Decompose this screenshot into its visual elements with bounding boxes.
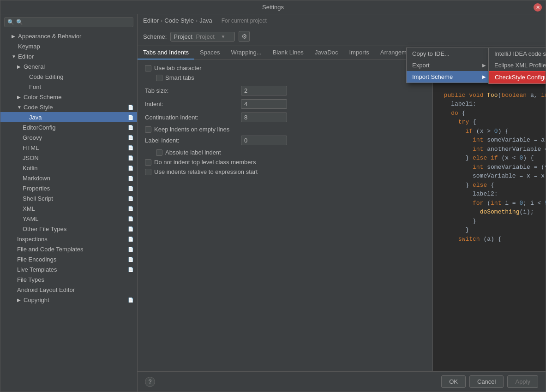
- use-tab-character-checkbox[interactable]: [145, 65, 151, 71]
- tab-wrapping[interactable]: Wrapping...: [225, 46, 267, 59]
- sidebar-item-xml[interactable]: XML 📄: [0, 203, 137, 214]
- sidebar-item-code-editing[interactable]: Code Editing: [0, 71, 137, 82]
- tab-tabs-and-indents[interactable]: Tabs and Indents: [138, 46, 194, 59]
- code-line: int someVariable = a ?: [437, 136, 542, 145]
- tab-javadoc[interactable]: JavaDoc: [309, 46, 344, 59]
- code-line: int anotherVariable =: [437, 145, 542, 154]
- submenu-intellij-xml[interactable]: IntelliJ IDEA code style XML: [489, 48, 546, 59]
- keep-indents-label: Keep indents on empty lines: [154, 126, 229, 133]
- submenu-item-label: IntelliJ IDEA code style XML: [494, 50, 546, 57]
- scheme-dropdown[interactable]: Project Project ▼: [170, 32, 235, 42]
- sidebar-item-java[interactable]: Java 📄: [0, 112, 137, 122]
- sidebar-item-android-layout[interactable]: Android Layout Editor: [0, 285, 137, 295]
- apply-button[interactable]: Apply: [507, 375, 538, 388]
- sidebar-item-color-scheme[interactable]: ▶ Color Scheme: [0, 92, 137, 102]
- sidebar-item-general[interactable]: ▶ General: [0, 61, 137, 71]
- tab-size-row: Tab size:: [145, 86, 425, 95]
- absolute-label-indent-row: Absolute label indent: [156, 149, 425, 156]
- submenu-item-label: CheckStyle Configuration: [495, 74, 546, 81]
- breadcrumb-editor: Editor: [143, 17, 159, 24]
- page-icon: 📄: [128, 105, 133, 110]
- tab-label: Wrapping...: [231, 49, 261, 56]
- sidebar-item-label: File and Code Templates: [17, 246, 126, 253]
- code-line: switch (a) {: [437, 235, 542, 244]
- gear-icon: ⚙: [241, 33, 247, 40]
- label-indent-input[interactable]: [241, 136, 287, 145]
- breadcrumb-sep1: ›: [161, 17, 162, 24]
- sidebar-item-appearance[interactable]: ▶ Appearance & Behavior: [0, 31, 137, 41]
- sidebar-item-file-encodings[interactable]: File Encodings 📄: [0, 254, 137, 264]
- sidebar-item-label: Live Templates: [17, 266, 126, 273]
- dropdown-export[interactable]: Export ▶: [407, 59, 489, 71]
- indent-input[interactable]: [241, 99, 287, 109]
- sidebar-item-shell-script[interactable]: Shell Script 📄: [0, 193, 137, 203]
- no-indent-top-level-checkbox[interactable]: [145, 159, 151, 166]
- help-button[interactable]: ?: [145, 377, 155, 387]
- continuation-indent-input[interactable]: [241, 113, 287, 122]
- window-title: Settings: [262, 4, 284, 11]
- tab-size-input[interactable]: [241, 86, 287, 95]
- submenu-eclipse-xml[interactable]: Eclipse XML Profile: [489, 59, 546, 71]
- content-area: Editor › Code Style › Java For current p…: [138, 14, 546, 392]
- tab-blank-lines[interactable]: Blank Lines: [267, 46, 309, 59]
- page-icon: 📄: [128, 176, 133, 181]
- sidebar-item-label: YAML: [23, 215, 126, 222]
- sidebar-item-kotlin[interactable]: Kotlin 📄: [0, 163, 137, 173]
- use-indents-relative-row: Use indents relative to expression start: [145, 168, 425, 175]
- continuation-indent-row: Continuation indent:: [145, 113, 425, 122]
- search-input[interactable]: [16, 19, 130, 25]
- dropdown-item-label: Export: [412, 62, 430, 69]
- dropdown-item-label: Copy to IDE...: [412, 50, 450, 57]
- sidebar-item-copyright[interactable]: ▶ Copyright 📄: [0, 295, 137, 305]
- breadcrumb-code-style: Code Style: [164, 17, 194, 24]
- use-indents-relative-checkbox[interactable]: [145, 169, 151, 175]
- sidebar-item-properties[interactable]: Properties 📄: [0, 183, 137, 193]
- sidebar-item-other-file-types[interactable]: Other File Types 📄: [0, 224, 137, 234]
- close-button[interactable]: ✕: [534, 3, 542, 12]
- absolute-label-indent-label: Absolute label indent: [165, 149, 221, 156]
- submenu-checkstyle[interactable]: CheckStyle Configuration: [489, 71, 546, 83]
- tree-arrow: ▼: [12, 54, 16, 59]
- dropdown-copy-to-ide[interactable]: Copy to IDE...: [407, 48, 489, 59]
- page-icon: 📄: [128, 216, 133, 221]
- cancel-button[interactable]: Cancel: [469, 375, 504, 388]
- smart-tabs-checkbox[interactable]: [156, 75, 162, 81]
- sidebar-item-label: HTML: [23, 144, 126, 151]
- sidebar-item-groovy[interactable]: Groovy 📄: [0, 132, 137, 143]
- code-line: int someVariable = (y: [437, 163, 542, 172]
- sidebar-item-editor[interactable]: ▼ Editor: [0, 51, 137, 61]
- sidebar-item-html[interactable]: HTML 📄: [0, 143, 137, 153]
- tab-imports[interactable]: Imports: [343, 46, 374, 59]
- dropdown-import-scheme[interactable]: Import Scheme ▶: [407, 71, 489, 83]
- sidebar-item-markdown[interactable]: Markdown 📄: [0, 173, 137, 183]
- search-box[interactable]: 🔍: [4, 17, 133, 27]
- gear-button[interactable]: ⚙: [239, 31, 250, 42]
- tree-arrow: ▶: [17, 64, 22, 69]
- form-panel: Use tab character Smart tabs Tab size: I…: [138, 60, 433, 371]
- page-icon: 📄: [128, 135, 133, 140]
- absolute-label-indent-checkbox[interactable]: [156, 149, 162, 156]
- sidebar-item-file-types[interactable]: File Types: [0, 274, 137, 285]
- sidebar-item-file-code-templates[interactable]: File and Code Templates 📄: [0, 244, 137, 254]
- page-icon: 📄: [128, 166, 133, 171]
- sidebar-item-label: Appearance & Behavior: [18, 33, 133, 40]
- sidebar-item-code-style[interactable]: ▼ Code Style 📄: [0, 102, 137, 112]
- code-line: someVariable = x = x +: [437, 172, 542, 181]
- sidebar-item-yaml[interactable]: YAML 📄: [0, 214, 137, 224]
- sidebar-item-editorconfig[interactable]: EditorConfig 📄: [0, 122, 137, 132]
- sidebar-item-label: Markdown: [23, 175, 126, 182]
- page-icon: 📄: [128, 226, 133, 232]
- sidebar-item-inspections[interactable]: Inspections 📄: [0, 234, 137, 244]
- sidebar-item-label: Java: [29, 114, 126, 121]
- breadcrumb-sep2: ›: [196, 17, 198, 24]
- keep-indents-checkbox[interactable]: [145, 126, 151, 133]
- sidebar-item-font[interactable]: Font: [0, 82, 137, 92]
- sidebar-item-live-templates[interactable]: Live Templates 📄: [0, 264, 137, 274]
- ok-button[interactable]: OK: [441, 375, 466, 388]
- tab-spaces[interactable]: Spaces: [194, 46, 225, 59]
- search-icon: 🔍: [7, 19, 14, 25]
- sidebar-item-json[interactable]: JSON 📄: [0, 153, 137, 163]
- sidebar-item-label: Keymap: [18, 43, 133, 50]
- no-indent-top-level-label: Do not indent top level class members: [154, 159, 256, 166]
- sidebar-item-keymap[interactable]: Keymap: [0, 41, 137, 51]
